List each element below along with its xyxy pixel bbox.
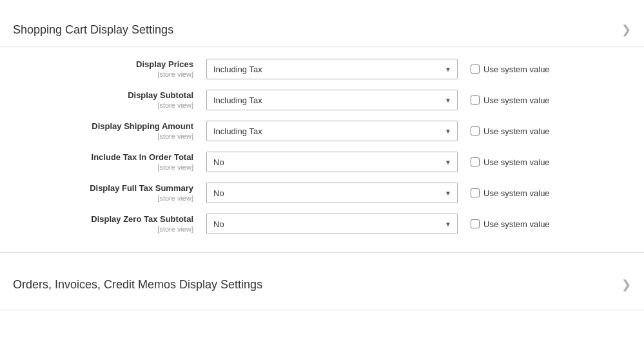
scope-display-full-tax-summary: [store view] — [157, 194, 193, 202]
system-value-checkbox-display-full-tax-summary[interactable] — [471, 188, 480, 197]
control-col-display-shipping-amount: Including TaxExcluding TaxIncluding and … — [206, 121, 631, 141]
scope-display-subtotal: [store view] — [157, 101, 193, 109]
section1-arrow-icon: ❯ — [621, 23, 631, 37]
select-wrapper-display-zero-tax-subtotal: NoYes — [206, 214, 458, 234]
shopping-cart-section-header[interactable]: Shopping Cart Display Settings ❯ — [0, 13, 644, 47]
control-col-display-full-tax-summary: NoYesUse system value — [206, 183, 631, 203]
control-col-display-zero-tax-subtotal: NoYesUse system value — [206, 214, 631, 234]
label-display-subtotal: Display Subtotal — [13, 90, 193, 100]
orders-invoices-section-title: Orders, Invoices, Credit Memos Display S… — [13, 278, 262, 292]
orders-invoices-section-header[interactable]: Orders, Invoices, Credit Memos Display S… — [0, 266, 644, 303]
system-value-col-include-tax-in-order-total: Use system value — [471, 157, 550, 167]
select-display-full-tax-summary[interactable]: NoYes — [206, 183, 458, 203]
select-display-prices[interactable]: Including TaxExcluding TaxIncluding and … — [206, 59, 458, 79]
system-value-checkbox-display-shipping-amount[interactable] — [471, 126, 480, 135]
system-value-col-display-shipping-amount: Use system value — [471, 126, 550, 136]
shopping-cart-section-title: Shopping Cart Display Settings — [13, 23, 173, 37]
system-value-checkbox-display-prices[interactable] — [471, 65, 480, 74]
system-value-checkbox-display-zero-tax-subtotal[interactable] — [471, 219, 480, 228]
settings-row-include-tax-in-order-total: Include Tax In Order Total[store view]No… — [0, 146, 644, 177]
page-wrapper: Shopping Cart Display Settings ❯ Display… — [0, 0, 644, 340]
label-display-full-tax-summary: Display Full Tax Summary — [13, 183, 193, 193]
system-value-label-include-tax-in-order-total: Use system value — [483, 157, 550, 167]
select-display-subtotal[interactable]: Including TaxExcluding TaxIncluding and … — [206, 90, 458, 110]
settings-row-display-subtotal: Display Subtotal[store view]Including Ta… — [0, 85, 644, 115]
section2-arrow-icon: ❯ — [621, 277, 631, 292]
label-display-zero-tax-subtotal: Display Zero Tax Subtotal — [13, 214, 193, 224]
control-col-display-prices: Including TaxExcluding TaxIncluding and … — [206, 59, 631, 79]
label-col-display-prices: Display Prices[store view] — [13, 59, 206, 79]
shopping-cart-settings-table: Display Prices[store view]Including TaxE… — [0, 47, 644, 246]
select-wrapper-display-subtotal: Including TaxExcluding TaxIncluding and … — [206, 90, 458, 110]
scope-include-tax-in-order-total: [store view] — [157, 163, 193, 171]
label-col-display-zero-tax-subtotal: Display Zero Tax Subtotal[store view] — [13, 214, 206, 234]
label-col-display-subtotal: Display Subtotal[store view] — [13, 90, 206, 110]
system-value-col-display-subtotal: Use system value — [471, 95, 550, 105]
system-value-label-display-subtotal: Use system value — [483, 95, 550, 105]
settings-row-display-shipping-amount: Display Shipping Amount[store view]Inclu… — [0, 115, 644, 146]
orders-invoices-section: Orders, Invoices, Credit Memos Display S… — [0, 253, 644, 310]
scope-display-prices: [store view] — [157, 70, 193, 78]
label-display-prices: Display Prices — [13, 59, 193, 69]
select-display-shipping-amount[interactable]: Including TaxExcluding TaxIncluding and … — [206, 121, 458, 141]
settings-row-display-full-tax-summary: Display Full Tax Summary[store view]NoYe… — [0, 177, 644, 208]
select-wrapper-display-shipping-amount: Including TaxExcluding TaxIncluding and … — [206, 121, 458, 141]
scope-display-shipping-amount: [store view] — [157, 132, 193, 140]
system-value-col-display-zero-tax-subtotal: Use system value — [471, 219, 550, 229]
settings-row-display-zero-tax-subtotal: Display Zero Tax Subtotal[store view]NoY… — [0, 208, 644, 239]
system-value-label-display-full-tax-summary: Use system value — [483, 188, 550, 198]
system-value-label-display-shipping-amount: Use system value — [483, 126, 550, 136]
system-value-col-display-full-tax-summary: Use system value — [471, 188, 550, 198]
system-value-label-display-prices: Use system value — [483, 65, 550, 74]
scope-display-zero-tax-subtotal: [store view] — [157, 225, 193, 233]
system-value-checkbox-include-tax-in-order-total[interactable] — [471, 157, 480, 166]
label-include-tax-in-order-total: Include Tax In Order Total — [13, 152, 193, 162]
label-display-shipping-amount: Display Shipping Amount — [13, 121, 193, 131]
system-value-col-display-prices: Use system value — [471, 65, 550, 74]
control-col-display-subtotal: Including TaxExcluding TaxIncluding and … — [206, 90, 631, 110]
settings-row-display-prices: Display Prices[store view]Including TaxE… — [0, 54, 644, 85]
label-col-display-full-tax-summary: Display Full Tax Summary[store view] — [13, 183, 206, 203]
system-value-checkbox-display-subtotal[interactable] — [471, 95, 480, 105]
label-col-include-tax-in-order-total: Include Tax In Order Total[store view] — [13, 152, 206, 172]
shopping-cart-section: Shopping Cart Display Settings ❯ Display… — [0, 0, 644, 253]
label-col-display-shipping-amount: Display Shipping Amount[store view] — [13, 121, 206, 141]
control-col-include-tax-in-order-total: NoYesUse system value — [206, 152, 631, 172]
system-value-label-display-zero-tax-subtotal: Use system value — [483, 219, 550, 229]
select-wrapper-include-tax-in-order-total: NoYes — [206, 152, 458, 172]
select-wrapper-display-full-tax-summary: NoYes — [206, 183, 458, 203]
select-include-tax-in-order-total[interactable]: NoYes — [206, 152, 458, 172]
select-wrapper-display-prices: Including TaxExcluding TaxIncluding and … — [206, 59, 458, 79]
select-display-zero-tax-subtotal[interactable]: NoYes — [206, 214, 458, 234]
